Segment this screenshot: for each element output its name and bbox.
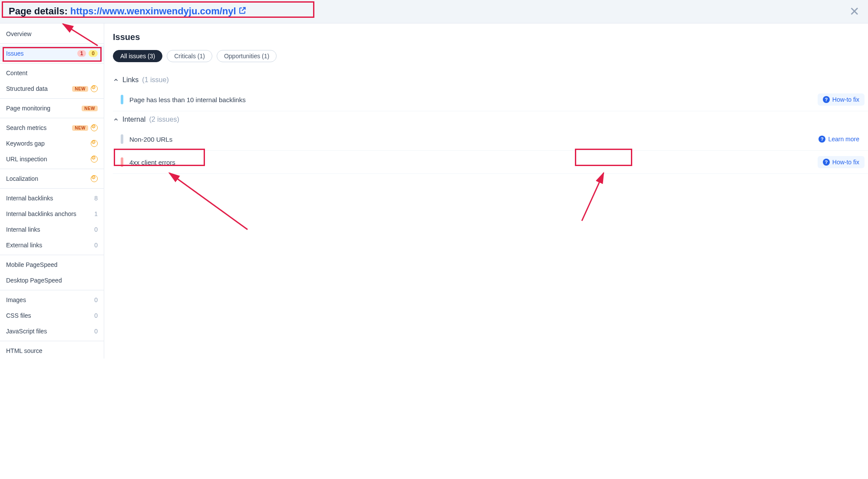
sidebar-label: Internal backlinks bbox=[6, 195, 53, 202]
sidebar-item-internal-links[interactable]: Internal links0 bbox=[0, 222, 104, 237]
sidebar-label: HTML source bbox=[6, 347, 43, 354]
section-count: (2 issues) bbox=[149, 116, 179, 123]
tab-criticals[interactable]: Criticals (1) bbox=[167, 50, 212, 62]
question-icon: ? bbox=[823, 159, 830, 166]
gear-icon bbox=[91, 85, 98, 92]
sidebar-item-keywords-gap[interactable]: Keywords gap bbox=[0, 136, 104, 151]
question-icon: ? bbox=[823, 96, 830, 103]
sidebar-badges: NEW bbox=[72, 124, 98, 131]
issues-badges: 1 0 bbox=[77, 50, 98, 57]
main-title: Issues bbox=[113, 32, 868, 42]
divider bbox=[0, 255, 104, 255]
sidebar-item-internal-backlinks-anchors[interactable]: Internal backlinks anchors1 bbox=[0, 206, 104, 222]
sidebar-item-desktop-pagespeed[interactable]: Desktop PageSpeed bbox=[0, 273, 104, 288]
sidebar-item-issues[interactable]: Issues 1 0 bbox=[0, 46, 104, 61]
sidebar-label: Issues bbox=[6, 50, 23, 57]
sidebar-item-javascript-files[interactable]: JavaScript files0 bbox=[0, 323, 104, 339]
divider bbox=[0, 290, 104, 290]
count: 0 bbox=[94, 226, 98, 233]
issue-text: Page has less than 10 internal backlinks bbox=[129, 96, 246, 103]
warning-count-badge: 0 bbox=[89, 50, 98, 57]
severity-pill-critical bbox=[121, 157, 123, 167]
chevron-up-icon bbox=[113, 77, 119, 83]
divider bbox=[0, 169, 104, 169]
count: 0 bbox=[94, 312, 98, 319]
sidebar-label: Images bbox=[6, 296, 26, 303]
count: 8 bbox=[94, 195, 98, 202]
gear-icon bbox=[91, 140, 98, 147]
section-internal[interactable]: Internal (2 issues) bbox=[113, 111, 868, 128]
page-title: Page details: https://www.wenxinwendyju.… bbox=[9, 6, 247, 17]
page-header: Page details: https://www.wenxinwendyju.… bbox=[0, 0, 868, 23]
sidebar-item-overview[interactable]: Overview bbox=[0, 26, 104, 42]
sidebar-label: JavaScript files bbox=[6, 328, 47, 335]
critical-count-badge: 1 bbox=[77, 50, 86, 57]
sidebar-label: CSS files bbox=[6, 312, 31, 319]
count: 1 bbox=[94, 210, 98, 217]
issue-row-4xx[interactable]: 4xx client errors ?How-to fix bbox=[113, 151, 868, 174]
issue-left: Non-200 URLs bbox=[121, 134, 172, 144]
gear-icon bbox=[91, 175, 98, 182]
section-title: Links bbox=[122, 76, 139, 84]
sidebar-label: Localization bbox=[6, 175, 38, 182]
sidebar-label: Structured data bbox=[6, 85, 48, 92]
sidebar-label: Desktop PageSpeed bbox=[6, 277, 62, 284]
page-url-link[interactable]: https://www.wenxinwendyju.com/nyl bbox=[70, 6, 247, 17]
question-icon: ? bbox=[818, 136, 825, 143]
tab-all-issues[interactable]: All issues (3) bbox=[113, 50, 162, 62]
issue-text: Non-200 URLs bbox=[129, 136, 172, 143]
section-links[interactable]: Links (1 issue) bbox=[113, 72, 868, 88]
sidebar-item-mobile-pagespeed[interactable]: Mobile PageSpeed bbox=[0, 257, 104, 273]
sidebar-item-css-files[interactable]: CSS files0 bbox=[0, 308, 104, 323]
page-url-text: https://www.wenxinwendyju.com/nyl bbox=[70, 6, 236, 17]
sidebar-item-html-source[interactable]: HTML source bbox=[0, 343, 104, 359]
new-badge: NEW bbox=[72, 86, 88, 92]
how-to-fix-button[interactable]: ?How-to fix bbox=[818, 93, 865, 106]
divider bbox=[0, 63, 104, 63]
sidebar-item-structured-data[interactable]: Structured data NEW bbox=[0, 81, 104, 96]
sidebar-label: Content bbox=[6, 70, 27, 77]
sidebar-label: External links bbox=[6, 242, 42, 249]
count: 0 bbox=[94, 296, 98, 303]
count: 0 bbox=[94, 328, 98, 335]
issue-left: 4xx client errors bbox=[121, 157, 175, 167]
sidebar-item-page-monitoring[interactable]: Page monitoring NEW bbox=[0, 100, 104, 116]
section-count: (1 issue) bbox=[142, 76, 168, 84]
sidebar-label: Internal backlinks anchors bbox=[6, 210, 76, 217]
issue-text: 4xx client errors bbox=[129, 159, 175, 166]
sidebar-item-external-links[interactable]: External links0 bbox=[0, 237, 104, 253]
learn-more-button[interactable]: ?Learn more bbox=[813, 133, 865, 145]
external-link-icon bbox=[238, 6, 247, 17]
sidebar-item-localization[interactable]: Localization bbox=[0, 171, 104, 186]
button-label: How-to fix bbox=[832, 96, 859, 103]
sidebar-item-internal-backlinks[interactable]: Internal backlinks8 bbox=[0, 190, 104, 206]
issue-row-backlinks[interactable]: Page has less than 10 internal backlinks… bbox=[113, 88, 868, 111]
issue-row-non-200[interactable]: Non-200 URLs ?Learn more bbox=[113, 128, 868, 151]
severity-pill-notice bbox=[121, 95, 123, 104]
sidebar-label: Internal links bbox=[6, 226, 40, 233]
new-badge: NEW bbox=[82, 106, 98, 111]
title-prefix: Page details: bbox=[9, 6, 70, 17]
filter-tabs: All issues (3) Criticals (1) Opportuniti… bbox=[113, 50, 868, 62]
divider bbox=[0, 341, 104, 341]
button-label: Learn more bbox=[828, 136, 859, 143]
sidebar-item-content[interactable]: Content bbox=[0, 65, 104, 81]
sidebar-item-url-inspection[interactable]: URL inspection bbox=[0, 151, 104, 167]
sidebar-label: Search metrics bbox=[6, 124, 46, 131]
sidebar-label: Overview bbox=[6, 30, 31, 37]
sidebar-label: Keywords gap bbox=[6, 140, 45, 147]
gear-icon bbox=[91, 156, 98, 163]
how-to-fix-button[interactable]: ?How-to fix bbox=[818, 156, 865, 168]
sidebar-item-search-metrics[interactable]: Search metrics NEW bbox=[0, 120, 104, 136]
close-button[interactable]: ✕ bbox=[849, 4, 859, 19]
divider bbox=[0, 118, 104, 118]
sidebar-badges: NEW bbox=[82, 106, 98, 111]
sidebar-item-images[interactable]: Images0 bbox=[0, 292, 104, 308]
sidebar-badges: NEW bbox=[72, 85, 98, 92]
new-badge: NEW bbox=[72, 125, 88, 131]
sidebar-label: Mobile PageSpeed bbox=[6, 261, 57, 268]
sidebar: Overview Issues 1 0 Content Structured d… bbox=[0, 23, 104, 359]
tab-opportunities[interactable]: Opportunities (1) bbox=[217, 50, 277, 62]
button-label: How-to fix bbox=[832, 159, 859, 166]
divider bbox=[0, 43, 104, 44]
